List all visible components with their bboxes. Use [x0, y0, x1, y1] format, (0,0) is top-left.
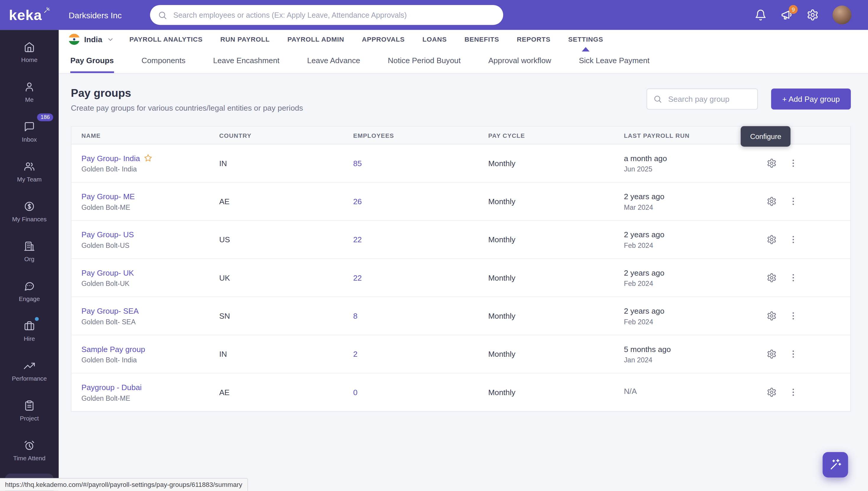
- configure-gear-icon[interactable]: [767, 158, 777, 168]
- configure-gear-icon[interactable]: [767, 387, 777, 398]
- sidebar-item-project[interactable]: Project: [0, 391, 59, 431]
- pay-group-search-input[interactable]: [667, 94, 751, 104]
- tab-benefits[interactable]: BENEFITS: [465, 30, 499, 49]
- pay-cycle-cell: Monthly: [488, 388, 624, 397]
- ai-assistant-wand-button[interactable]: [822, 452, 848, 478]
- table-row: Pay Group- UK Golden Bolt-UK UK 22 Month…: [72, 259, 850, 297]
- sidebar-item-org[interactable]: Org: [0, 231, 59, 271]
- row-menu-kebab-icon[interactable]: [788, 197, 798, 206]
- tab-approvals[interactable]: APPROVALS: [362, 30, 405, 49]
- tab-reports[interactable]: REPORTS: [517, 30, 551, 49]
- sidebar-item-engage[interactable]: Engage: [0, 271, 59, 311]
- global-search[interactable]: [150, 5, 503, 25]
- add-pay-group-button[interactable]: + Add Pay group: [771, 88, 851, 110]
- settings-gear-icon[interactable]: [807, 9, 819, 21]
- last-run-date: Feb 2024: [624, 241, 757, 249]
- dollar-icon: [24, 201, 35, 212]
- subtab-pay-groups[interactable]: Pay Groups: [70, 49, 114, 73]
- sidebar-item-label: Engage: [19, 295, 40, 302]
- browser-status-bar: https://thq.kekademo.com/#/payroll/payro…: [0, 478, 248, 491]
- row-menu-kebab-icon[interactable]: [788, 349, 798, 359]
- row-menu-kebab-icon[interactable]: [788, 235, 798, 244]
- country-selector[interactable]: India: [69, 34, 114, 45]
- table-row: Paygroup - Dubai Golden Bolt-ME AE 0 Mon…: [72, 374, 850, 411]
- sidebar-item-home[interactable]: Home: [0, 32, 59, 72]
- last-run-date: Feb 2024: [624, 318, 757, 325]
- employees-count-link[interactable]: 8: [353, 312, 358, 320]
- sidebar-item-inbox[interactable]: Inbox 186: [0, 112, 59, 152]
- pay-group-search[interactable]: [647, 88, 758, 110]
- last-run-relative: 2 years ago: [624, 306, 757, 315]
- subtab-leave-advance[interactable]: Leave Advance: [307, 49, 360, 73]
- sidebar-item-me[interactable]: Me: [0, 72, 59, 112]
- sidebar-item-hire[interactable]: Hire: [0, 311, 59, 351]
- module-nav: India PAYROLL ANALYTICS RUN PAYROLL PAYR…: [59, 30, 868, 49]
- configure-gear-icon[interactable]: [767, 272, 777, 283]
- tab-run-payroll[interactable]: RUN PAYROLL: [220, 30, 270, 49]
- legal-entity-label: Golden Bolt-UK: [82, 280, 219, 287]
- subtab-approval-workflow[interactable]: Approval workflow: [488, 49, 551, 73]
- row-menu-kebab-icon[interactable]: [788, 387, 798, 398]
- home-icon: [24, 41, 35, 53]
- subtab-leave-encashment[interactable]: Leave Encashment: [213, 49, 280, 73]
- favorite-star-icon[interactable]: [144, 154, 152, 162]
- tab-payroll-admin[interactable]: PAYROLL ADMIN: [287, 30, 344, 49]
- table-row: Pay Group- US Golden Bolt-US US 22 Month…: [72, 221, 850, 259]
- sidebar-item-label: Me: [25, 96, 34, 103]
- search-icon: [158, 10, 167, 20]
- paygroup-name-link[interactable]: Sample Pay group: [82, 344, 145, 353]
- tab-loans[interactable]: LOANS: [422, 30, 447, 49]
- subtab-sick-leave-payment[interactable]: Sick Leave Payment: [579, 49, 649, 73]
- configure-gear-icon[interactable]: [767, 311, 777, 321]
- sidebar-item-time-attend[interactable]: Time Attend: [0, 431, 59, 470]
- legal-entity-label: Golden Bolt-US: [82, 241, 219, 249]
- employees-count-link[interactable]: 22: [353, 273, 362, 282]
- subtab-notice-period-buyout[interactable]: Notice Period Buyout: [388, 49, 461, 73]
- col-name: NAME: [72, 132, 219, 139]
- keka-logo[interactable]: keka: [0, 0, 59, 30]
- paygroup-name-link[interactable]: Pay Group- India: [82, 153, 140, 162]
- sidebar-item-label: My Finances: [12, 215, 47, 222]
- row-menu-kebab-icon[interactable]: [788, 272, 798, 283]
- india-flag-icon: [69, 34, 80, 45]
- announcements-megaphone-icon[interactable]: 9: [781, 9, 793, 21]
- paygroup-name-link[interactable]: Pay Group- ME: [82, 192, 135, 201]
- col-last-payroll-run: LAST PAYROLL RUN: [624, 132, 757, 139]
- employees-count-link[interactable]: 26: [353, 197, 362, 206]
- paygroup-name-link[interactable]: Paygroup - Dubai: [82, 383, 142, 392]
- country-cell: IN: [219, 159, 354, 168]
- row-menu-kebab-icon[interactable]: [788, 158, 798, 168]
- tab-settings[interactable]: SETTINGS: [568, 30, 604, 49]
- magic-wand-icon: [829, 458, 842, 471]
- tab-payroll-analytics[interactable]: PAYROLL ANALYTICS: [129, 30, 202, 49]
- last-run-date: Feb 2024: [624, 280, 757, 287]
- notifications-bell-icon[interactable]: [755, 9, 767, 21]
- country-cell: UK: [219, 273, 354, 282]
- last-run-relative: 2 years ago: [624, 268, 757, 277]
- sidebar-item-performance[interactable]: Performance: [0, 351, 59, 391]
- company-name: Darksiders Inc: [69, 0, 122, 30]
- briefcase-icon: [24, 320, 35, 331]
- subtab-components[interactable]: Components: [141, 49, 186, 73]
- global-search-input[interactable]: [172, 10, 496, 20]
- paygroup-name-link[interactable]: Pay Group- US: [82, 230, 134, 239]
- employees-count-link[interactable]: 0: [353, 388, 358, 397]
- configure-gear-icon[interactable]: [767, 235, 777, 244]
- table-row: Pay Group- India Golden Bolt- India IN 8…: [72, 144, 850, 182]
- trend-up-icon: [24, 360, 35, 371]
- employees-count-link[interactable]: 22: [353, 235, 362, 244]
- sidebar-item-my-team[interactable]: My Team: [0, 152, 59, 192]
- announcements-badge: 9: [789, 5, 798, 14]
- sidebar-item-my-finances[interactable]: My Finances: [0, 192, 59, 231]
- row-menu-kebab-icon[interactable]: [788, 311, 798, 321]
- table-row: Pay Group- ME Golden Bolt-ME AE 26 Month…: [72, 183, 850, 221]
- paygroup-name-link[interactable]: Pay Group- SEA: [82, 306, 139, 315]
- configure-gear-icon[interactable]: [767, 197, 777, 206]
- configure-gear-icon[interactable]: [767, 349, 777, 359]
- employees-count-link[interactable]: 2: [353, 350, 358, 358]
- paygroup-name-link[interactable]: Pay Group- UK: [82, 268, 134, 277]
- main-content: Pay groups Create pay groups for various…: [59, 74, 868, 491]
- avatar[interactable]: [833, 6, 851, 25]
- employees-count-link[interactable]: 85: [353, 159, 362, 168]
- chevron-down-icon: [107, 36, 114, 43]
